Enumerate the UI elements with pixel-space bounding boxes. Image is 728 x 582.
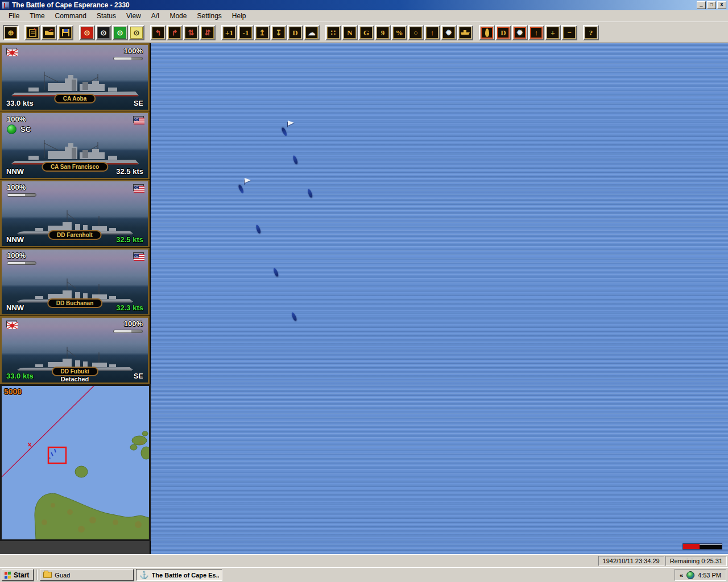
badge-label: SC: [20, 125, 31, 134]
speed-max-button[interactable]: ↥: [254, 25, 270, 40]
zoom-out-button[interactable]: −: [561, 25, 577, 40]
move-up-button[interactable]: ↑: [424, 25, 440, 40]
save-button[interactable]: [57, 25, 73, 40]
menu-item-view[interactable]: View: [121, 11, 146, 22]
ship-panel-ca-aoba[interactable]: 100%CA Aoba33.0 ktsSE: [0, 43, 150, 111]
help-button[interactable]: ?: [583, 25, 599, 40]
speed-plus-one-icon: +1: [223, 27, 235, 39]
ship-panel-ca-san-francisco[interactable]: 100%SCCA San FranciscoNNW32.5 kts: [0, 111, 150, 180]
menu-item-file[interactable]: File: [3, 11, 24, 22]
sidebar-bottom-strip: [0, 541, 150, 554]
zoom-in-icon: +: [547, 27, 559, 39]
menu-item-command[interactable]: Command: [50, 11, 92, 22]
division-icon: D: [289, 27, 301, 39]
new-button[interactable]: [24, 25, 40, 40]
ship-nameplate: CA San Francisco: [42, 162, 108, 172]
target-gunfire-button[interactable]: ✹: [512, 25, 528, 40]
taskbar-folder-button[interactable]: Guad: [40, 569, 134, 581]
smoke-button[interactable]: ☁: [304, 25, 320, 40]
telegraph-red-icon: ⊙: [81, 27, 93, 39]
start-button[interactable]: Start: [2, 569, 34, 581]
minimize-button[interactable]: _: [697, 1, 706, 9]
grid-button[interactable]: G: [358, 25, 374, 40]
open-button[interactable]: [41, 25, 57, 40]
status-bar: 1942/10/11 23:34.29 Remaining 0:25.31: [0, 554, 728, 567]
japan-flag-icon: [6, 48, 17, 55]
menu-item-ai[interactable]: A/I: [146, 11, 165, 22]
ship-panel-dd-farenholt[interactable]: 100%DD FarenholtNNW32.5 kts: [0, 180, 150, 248]
speed-stop-button[interactable]: ↧: [271, 25, 287, 40]
system-tray: « 4:53 PM: [675, 569, 726, 581]
speed-minus-one-icon: -1: [239, 27, 252, 39]
telegraph-black-button[interactable]: ⊙: [96, 25, 111, 40]
map-ship-2[interactable]: [238, 184, 245, 194]
toolbar-group: ∷NG9%○↑✹: [325, 25, 474, 40]
taskbar-active-task-button[interactable]: ⚓ The Battle of Cape Es...: [136, 569, 222, 581]
zoom-in-button[interactable]: +: [545, 25, 561, 40]
minimap-scale-label: 5000: [4, 387, 22, 396]
turn-time-bar-remaining: [700, 544, 722, 549]
restore-button[interactable]: ❐: [707, 1, 716, 9]
speed-minus-one-button[interactable]: -1: [238, 25, 254, 40]
menu-item-time[interactable]: Time: [24, 11, 49, 22]
ship-panel-dd-buchanan[interactable]: 100%DD BuchananNNW32.3 kts: [0, 248, 150, 316]
menu-item-mode[interactable]: Mode: [164, 11, 192, 22]
telegraph-red-button[interactable]: ⊙: [79, 25, 95, 40]
menu-item-settings[interactable]: Settings: [192, 11, 226, 22]
telegraph-yellow-button[interactable]: ⊙: [129, 25, 144, 40]
column-turn-starboard-button[interactable]: ⇵: [200, 25, 216, 40]
app-icon: [2, 1, 10, 9]
target-up-button[interactable]: ↑: [528, 25, 544, 40]
map-ship-6[interactable]: [291, 311, 297, 321]
tactical-map[interactable]: [151, 43, 728, 554]
division-button[interactable]: D: [287, 25, 303, 40]
minimap-canvas[interactable]: [2, 386, 149, 539]
map-ship-flag-icon: [245, 178, 251, 183]
target-ship-button[interactable]: [479, 25, 495, 40]
map-ship-3[interactable]: [307, 188, 313, 198]
map-ship-0[interactable]: [281, 127, 288, 136]
column-turn-starboard-icon: ⇵: [201, 27, 214, 39]
zoom-out-icon: −: [563, 27, 576, 39]
north-button[interactable]: N: [342, 25, 358, 40]
telegraph-green-button[interactable]: ⊙: [112, 25, 128, 40]
circle-button[interactable]: ○: [408, 25, 424, 40]
close-button[interactable]: X: [717, 1, 726, 9]
usa-flag-icon: [133, 184, 144, 191]
damage-bar: [113, 330, 143, 333]
ship-sub-label: Detached: [2, 376, 148, 383]
damage-bar: [7, 261, 36, 265]
north-icon: N: [344, 27, 356, 39]
target-division-button[interactable]: D: [495, 25, 511, 40]
minimap[interactable]: 5000: [0, 384, 151, 541]
nine-icon: 9: [377, 27, 389, 39]
turn-port-button[interactable]: ↰: [150, 25, 166, 40]
toolbar-group: [24, 25, 74, 40]
taskbar-divider: [36, 569, 38, 580]
torpedo-ship-button[interactable]: [457, 25, 473, 40]
new-icon: [26, 27, 39, 39]
map-ship-1[interactable]: [292, 155, 298, 164]
percent-button[interactable]: %: [391, 25, 407, 40]
column-turn-port-button[interactable]: ⇅: [183, 25, 199, 40]
menu-item-help[interactable]: Help: [227, 11, 251, 22]
nine-button[interactable]: 9: [375, 25, 391, 40]
gunfire-button[interactable]: ✹: [441, 25, 457, 40]
ship-heading: NNW: [6, 235, 24, 244]
tray-chevrons[interactable]: «: [680, 572, 683, 579]
speed-plus-one-button[interactable]: +1: [221, 25, 237, 40]
network-globe-icon[interactable]: [686, 571, 694, 579]
formation-button[interactable]: ∷: [325, 25, 341, 40]
taskbar: Start Guad ⚓ The Battle of Cape Es... « …: [0, 567, 728, 582]
telegraph-green-icon: ⊙: [114, 27, 126, 39]
turn-starboard-button[interactable]: ↱: [167, 25, 183, 40]
status-badge: SC: [7, 124, 31, 134]
select-compass-button[interactable]: ⊕: [3, 25, 19, 40]
map-ship-4[interactable]: [255, 224, 261, 234]
menu-item-status[interactable]: Status: [92, 11, 121, 22]
save-icon: [59, 27, 72, 39]
ship-panel-dd-fubuki[interactable]: 100%DD FubukiDetached33.0 ktsSE: [0, 316, 150, 384]
map-ship-5[interactable]: [272, 267, 279, 277]
title-bar: The Battle of Cape Esperance - 2330 _ ❐ …: [0, 0, 728, 10]
telegraph-black-icon: ⊙: [97, 27, 110, 39]
